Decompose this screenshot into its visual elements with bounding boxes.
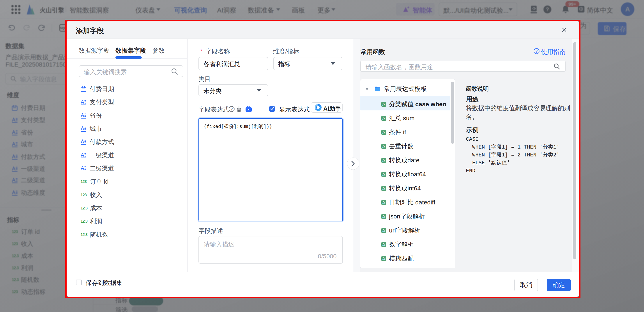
svg-text:?: ? (231, 107, 233, 111)
svg-text:?: ? (536, 49, 538, 54)
